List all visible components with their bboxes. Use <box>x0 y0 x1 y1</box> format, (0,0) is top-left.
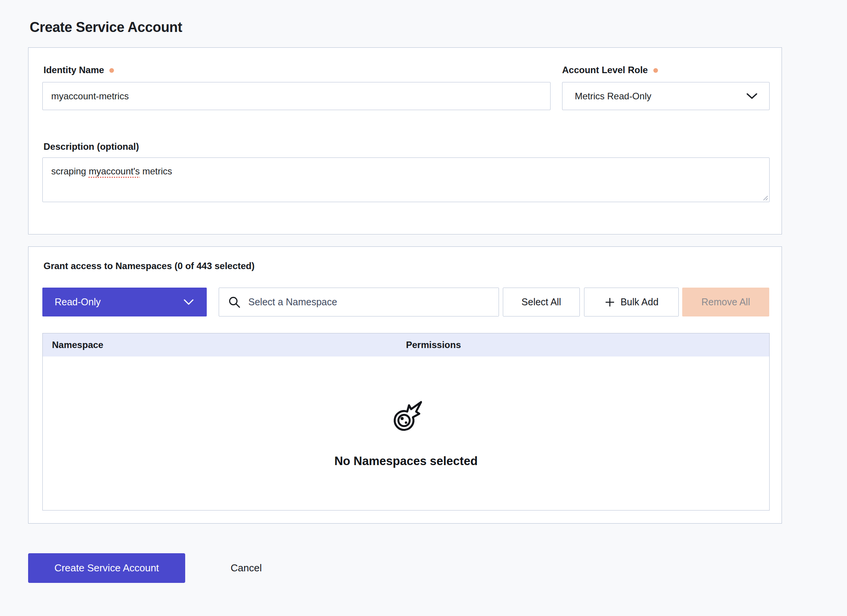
search-icon <box>228 296 241 308</box>
select-all-label: Select All <box>522 296 561 308</box>
permission-level-value: Read-Only <box>55 296 101 308</box>
description-text: metrics <box>140 166 172 176</box>
remove-all-button[interactable]: Remove All <box>682 288 769 316</box>
create-service-account-button[interactable]: Create Service Account <box>28 553 185 583</box>
identity-name-label-text: Identity Name <box>44 65 104 75</box>
required-dot <box>109 68 114 73</box>
cancel-button-label: Cancel <box>231 562 262 574</box>
cancel-button[interactable]: Cancel <box>228 562 264 574</box>
grant-access-heading: Grant access to Namespaces (0 of 443 sel… <box>44 261 254 271</box>
bulk-add-label: Bulk Add <box>621 296 659 308</box>
account-role-selected-value: Metrics Read-Only <box>575 91 651 102</box>
required-dot <box>653 68 658 73</box>
comet-icon <box>388 399 424 434</box>
permission-level-dropdown[interactable]: Read-Only <box>42 288 207 316</box>
identity-name-input[interactable] <box>42 82 551 110</box>
account-level-role-label: Account Level Role <box>562 65 658 75</box>
description-textarea[interactable]: scraping myaccount's metrics <box>42 157 770 202</box>
column-header-namespace: Namespace <box>43 340 406 350</box>
description-text: scraping <box>51 166 89 176</box>
namespaces-table-header: Namespace Permissions <box>43 333 769 357</box>
column-header-permissions: Permissions <box>406 340 770 350</box>
account-role-select[interactable]: Metrics Read-Only <box>562 82 770 110</box>
page-title: Create Service Account <box>30 19 182 35</box>
empty-state-text: No Namespaces selected <box>334 454 477 468</box>
account-level-role-label-text: Account Level Role <box>562 65 648 75</box>
description-label-text: Description (optional) <box>44 141 139 152</box>
chevron-down-icon <box>184 299 194 305</box>
description-label: Description (optional) <box>44 141 139 152</box>
form-actions: Create Service Account Cancel <box>28 553 264 583</box>
chevron-down-icon <box>746 93 758 100</box>
bulk-add-button[interactable]: Bulk Add <box>584 288 679 316</box>
namespaces-table: Namespace Permissions No Namespaces sele… <box>42 333 770 511</box>
textarea-resize-grip[interactable] <box>762 194 768 201</box>
select-all-button[interactable]: Select All <box>503 288 580 316</box>
namespaces-empty-state: No Namespaces selected <box>43 357 769 510</box>
service-account-form-panel: Identity Name Account Level Role Metrics… <box>28 47 782 234</box>
plus-icon <box>604 297 615 308</box>
create-button-label: Create Service Account <box>54 562 159 574</box>
namespace-search-input[interactable] <box>248 296 489 308</box>
namespaces-panel: Grant access to Namespaces (0 of 443 sel… <box>28 246 782 524</box>
namespace-search <box>219 288 499 316</box>
description-text-misspelled: myaccount's <box>89 166 140 176</box>
identity-name-label: Identity Name <box>44 65 114 75</box>
remove-all-label: Remove All <box>701 296 750 308</box>
